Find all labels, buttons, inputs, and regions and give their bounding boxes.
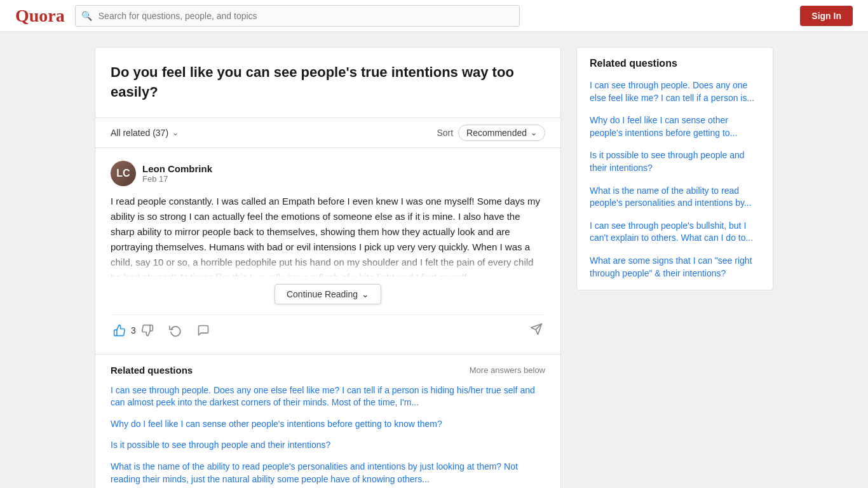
continue-reading-label: Continue Reading — [287, 289, 358, 299]
search-input[interactable] — [75, 5, 520, 27]
answerer-name: Leon Combrink — [142, 163, 212, 174]
question-card: Do you feel like you can see people's tr… — [95, 47, 561, 118]
continue-reading-wrap: Continue Reading ⌄ — [111, 284, 545, 304]
related-inline-header: Related questions More answers below — [111, 365, 545, 376]
sort-recommended-label: Recommended — [466, 128, 527, 138]
related-inline-link-3[interactable]: Is it possible to see through people and… — [111, 439, 545, 452]
more-answers-below: More answers below — [470, 365, 545, 375]
sidebar-title: Related questions — [590, 58, 760, 69]
filter-bar: All related (37) ⌄ Sort Recommended ⌄ — [95, 118, 561, 148]
answerer-info: Leon Combrink Feb 17 — [142, 163, 212, 184]
downvote-button[interactable] — [139, 322, 156, 339]
sidebar-link-4[interactable]: What is the name of the ability to read … — [590, 185, 760, 210]
quora-logo[interactable]: Quora — [15, 6, 65, 26]
sort-label: Sort — [437, 128, 453, 138]
header-right: Sign In — [800, 6, 853, 26]
related-inline-card: Related questions More answers below I c… — [95, 355, 561, 488]
search-bar: 🔍 — [75, 5, 520, 27]
continue-reading-button[interactable]: Continue Reading ⌄ — [275, 284, 381, 304]
search-icon: 🔍 — [81, 11, 92, 21]
chevron-down-icon: ⌄ — [531, 128, 537, 137]
sidebar-link-5[interactable]: I can see through people's bullshit, but… — [590, 220, 760, 245]
answerer-date: Feb 17 — [142, 174, 212, 184]
all-related-label: All related (37) — [111, 128, 168, 138]
share-button[interactable] — [527, 320, 545, 341]
answer-body: I read people constantly. I was called a… — [111, 196, 540, 276]
answer-text-content: I read people constantly. I was called a… — [111, 194, 545, 276]
action-row: 3 — [111, 315, 545, 341]
chevron-down-icon: ⌄ — [172, 128, 179, 137]
main-column: Do you feel like you can see people's tr… — [95, 47, 561, 488]
related-inline-link-4[interactable]: What is the name of the ability to read … — [111, 461, 545, 485]
sidebar-column: Related questions I can see through peop… — [576, 47, 773, 290]
page-content: Do you feel like you can see people's tr… — [85, 47, 783, 488]
question-title: Do you feel like you can see people's tr… — [111, 63, 545, 102]
header: Quora 🔍 Sign In — [0, 0, 868, 32]
answerer-row: LC Leon Combrink Feb 17 — [111, 161, 545, 186]
related-inline-link-2[interactable]: Why do I feel like I can sense other peo… — [111, 418, 545, 431]
sidebar-link-6[interactable]: What are some signs that I can "see righ… — [590, 255, 760, 280]
related-inline-link-1[interactable]: I can see through people. Does any one e… — [111, 384, 545, 409]
comment-button[interactable] — [194, 322, 212, 339]
upvote-count: 3 — [131, 325, 136, 336]
chevron-down-icon: ⌄ — [362, 289, 369, 299]
upvote-button[interactable] — [111, 322, 128, 339]
sidebar-link-2[interactable]: Why do I feel like I can sense other peo… — [590, 114, 760, 139]
answer-text: I read people constantly. I was called a… — [111, 194, 545, 276]
all-related-filter[interactable]: All related (37) ⌄ — [111, 128, 179, 138]
sort-area: Sort Recommended ⌄ — [437, 125, 545, 141]
sidebar-card: Related questions I can see through peop… — [576, 47, 773, 290]
vote-group: 3 — [111, 322, 156, 339]
avatar: LC — [111, 161, 136, 186]
sidebar-link-1[interactable]: I can see through people. Does any one e… — [590, 79, 760, 104]
sign-in-button[interactable]: Sign In — [800, 6, 853, 26]
retry-button[interactable] — [166, 322, 184, 339]
answer-card: LC Leon Combrink Feb 17 I read people co… — [95, 148, 561, 355]
sidebar-link-3[interactable]: Is it possible to see through people and… — [590, 149, 760, 174]
related-inline-title: Related questions — [111, 365, 193, 376]
sort-dropdown[interactable]: Recommended ⌄ — [458, 125, 545, 141]
